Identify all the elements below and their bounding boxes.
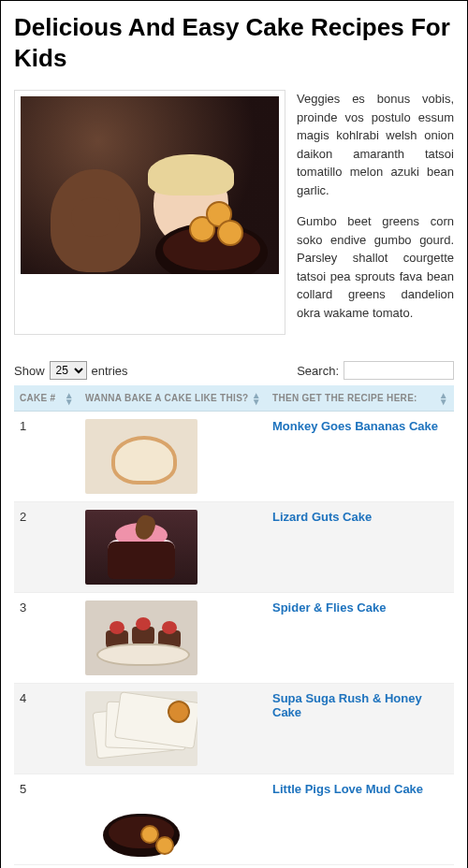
cell-number: 4 [14,684,80,774]
intro-paragraph-2: Gumbo beet greens corn soko endive gumbo… [297,212,454,322]
search-label: Search: [297,364,339,378]
recipe-link[interactable]: Monkey Goes Bananas Cake [272,419,438,433]
show-entries-prefix: Show [14,364,45,378]
col-cake-image[interactable]: Wanna Bake A Cake Like This? ▲▼ [80,385,267,412]
recipe-link[interactable]: Supa Suga Rush & Honey Cake [272,691,422,719]
cell-recipe: Monkey Goes Bananas Cake [267,412,454,502]
cake-thumb [85,419,197,494]
cell-number: 1 [14,412,80,502]
search-input[interactable] [344,361,454,380]
cell-number: 2 [14,502,80,593]
cell-recipe: Spider & Flies Cake [267,593,454,684]
sort-icon: ▲▼ [439,392,448,405]
page-title: Delicious And Easy Cake Recipes For Kids [14,12,454,73]
table-row: 1Monkey Goes Bananas Cake [14,412,454,502]
cell-thumbnail [80,684,267,774]
cell-thumbnail [80,502,267,593]
cell-number: 5 [14,774,80,865]
recipe-link[interactable]: Spider & Flies Cake [272,600,386,615]
cell-recipe: Little Pigs Love Mud Cake [267,774,454,865]
recipes-table: Cake # ▲▼ Wanna Bake A Cake Like This? ▲… [14,385,454,865]
sort-icon: ▲▼ [65,392,74,405]
recipe-link[interactable]: Lizard Guts Cake [272,510,372,524]
cell-number: 3 [14,593,80,684]
cake-thumb [85,782,197,857]
cell-thumbnail [80,593,267,684]
show-entries-suffix: entries [92,364,128,378]
intro-paragraph-1: Veggies es bonus vobis, proinde vos post… [297,90,454,199]
table-row: 3Spider & Flies Cake [14,593,454,684]
recipe-link[interactable]: Little Pigs Love Mud Cake [272,782,423,796]
table-row: 2Lizard Guts Cake [14,502,454,593]
hero-image [21,96,279,274]
col-cake-number[interactable]: Cake # ▲▼ [14,385,80,412]
cake-thumb [85,510,197,585]
sort-icon: ▲▼ [252,392,261,405]
col-recipe-link[interactable]: Then Get The Recipe Here: ▲▼ [267,385,454,412]
page-size-select[interactable]: 25 [50,361,87,380]
cell-recipe: Supa Suga Rush & Honey Cake [267,684,454,774]
cake-thumb [85,691,197,766]
hero-image-box [14,90,285,335]
cell-thumbnail [80,412,267,502]
cell-recipe: Lizard Guts Cake [267,502,454,593]
cake-thumb [85,600,197,675]
table-row: 4Supa Suga Rush & Honey Cake [14,684,454,774]
cell-thumbnail [80,774,267,865]
table-row: 5Little Pigs Love Mud Cake [14,774,454,865]
